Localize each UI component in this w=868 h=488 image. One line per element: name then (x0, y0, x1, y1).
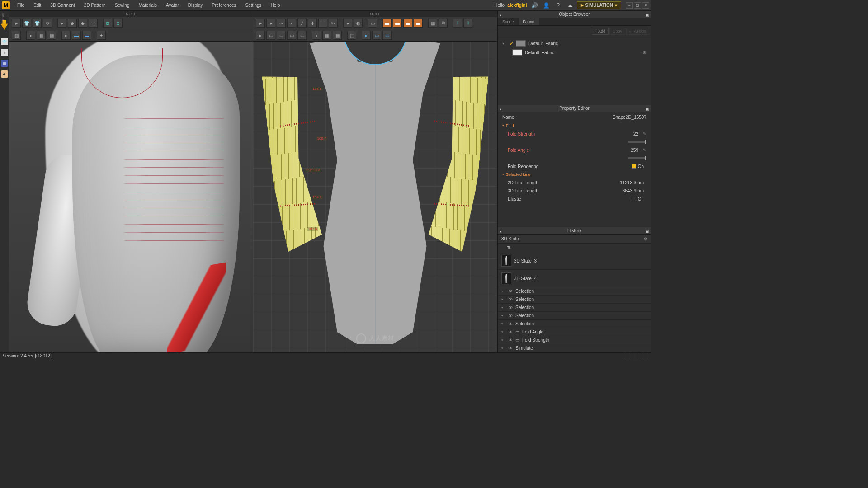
canvas-2d[interactable]: 105.6 109.7 112.13.2 114.6 107.6 人人素材 (253, 42, 497, 352)
status-icon-2[interactable] (633, 354, 639, 358)
history-state-2[interactable]: 3D State_4 (498, 270, 651, 287)
tab-scene[interactable]: Scene (498, 18, 519, 25)
menu-display[interactable]: Display (184, 0, 208, 10)
tool-garment-back[interactable]: 👕 (33, 19, 42, 28)
window-restore[interactable]: ▢ (634, 2, 641, 9)
gear-icon[interactable]: ⚙ (642, 50, 646, 55)
tool2d-edit[interactable]: ▸ (266, 19, 275, 28)
copy-button[interactable]: Copy (609, 28, 625, 35)
tool-garment-front[interactable]: 👕 (22, 19, 31, 28)
user-name[interactable]: alexfigini (507, 3, 527, 8)
tool-display-3[interactable]: ▬ (82, 31, 91, 40)
tool-display-2[interactable]: ▬ (72, 31, 81, 40)
fabric-item-1[interactable]: ▾ ✔ Default_Fabric (501, 39, 647, 48)
tool2d-b4[interactable]: ▭ (287, 31, 296, 40)
tool-arrange-2[interactable]: ◆ (68, 19, 77, 28)
fold-strength-slider[interactable] (628, 141, 646, 143)
tool-mesh[interactable]: ▥ (12, 31, 21, 40)
tool2d-sew-1[interactable]: ▬ (382, 19, 392, 28)
assign-button[interactable]: ⇄ Assign (626, 28, 649, 35)
menu-edit[interactable]: Edit (29, 0, 46, 10)
pin-icon[interactable]: ▣ (646, 228, 649, 235)
window-close[interactable]: ✕ (642, 2, 649, 9)
avatar-measure-icon[interactable]: ▦ (1, 60, 8, 67)
tab-fabric[interactable]: Fabric (519, 18, 539, 25)
tool2d-b11[interactable]: ▭ (372, 31, 381, 40)
history-item[interactable]: ▾👁Selection (498, 304, 651, 312)
expand-icon[interactable]: ▾ (502, 42, 507, 46)
window-minimize[interactable]: – (626, 2, 633, 9)
tool2d-sew-2[interactable]: ▬ (393, 19, 402, 28)
tool-misc[interactable]: ✦ (97, 31, 106, 40)
section-fold[interactable]: Fold (498, 122, 651, 130)
user-icon[interactable]: 👤 (542, 0, 552, 10)
history-state-1[interactable]: 3D State_3 (498, 252, 651, 270)
gear-icon[interactable]: ⚙ (644, 237, 647, 241)
prop-name-value[interactable]: Shape2D_16597 (613, 115, 646, 120)
fold-angle-slider[interactable] (628, 157, 646, 159)
pin-icon[interactable]: ▣ (646, 106, 649, 113)
add-button[interactable]: + Add (592, 28, 609, 35)
tool-gift-2[interactable]: ⯐ (113, 19, 123, 28)
tool2d-cut[interactable]: ✂ (329, 19, 338, 28)
section-selected-line[interactable]: Selected Line (498, 170, 651, 178)
menu-avatar[interactable]: Avatar (161, 0, 184, 10)
avatar-shirt-icon[interactable]: 👕 (1, 38, 8, 45)
status-icon-3[interactable] (642, 354, 648, 358)
tool2d-b9[interactable]: ⬚ (347, 31, 356, 40)
tool2d-select[interactable]: ▸ (256, 19, 265, 28)
tool2d-b5[interactable]: ▭ (297, 31, 307, 40)
history-item[interactable]: ▾👁Selection (498, 312, 651, 320)
history-item[interactable]: ▾👁Selection (498, 287, 651, 296)
tool-arrange-4[interactable]: ⬚ (89, 19, 98, 28)
cloud-icon[interactable]: ☁ (565, 0, 575, 10)
tool2d-addpoint[interactable]: ✚ (308, 19, 317, 28)
edit-icon[interactable]: ✎ (643, 148, 646, 152)
avatar-body-icon[interactable]: ♀ (1, 49, 8, 56)
fabric-item-2[interactable]: Default_Fabric ⚙ (501, 48, 647, 57)
menu-settings[interactable]: Settings (241, 0, 266, 10)
tool2d-trace[interactable]: ▦ (428, 19, 437, 28)
fold-rendering-checkbox[interactable] (632, 164, 636, 169)
status-icon-1[interactable] (624, 354, 630, 358)
tool2d-fold-1[interactable]: ⫴ (453, 19, 462, 28)
menu-preferences[interactable]: Preferences (208, 0, 241, 10)
tool2d-line[interactable]: ╱ (297, 19, 307, 28)
sound-icon[interactable]: 🔊 (530, 0, 540, 10)
menu-materials[interactable]: Materials (134, 0, 161, 10)
tool2d-shape-1[interactable]: ● (343, 19, 352, 28)
fold-angle-value[interactable]: 259 (631, 148, 638, 153)
history-item[interactable]: ▾👁▭ Fold Strength (498, 336, 651, 344)
history-item[interactable]: ▾👁Selection (498, 320, 651, 328)
tool-view-1[interactable]: ▸ (26, 31, 35, 40)
tool-gift-1[interactable]: ⯐ (103, 19, 112, 28)
tool-arrange-3[interactable]: ◆ (78, 19, 87, 28)
menu-help[interactable]: Help (266, 0, 285, 10)
tool-view-2[interactable]: ▦ (37, 31, 46, 40)
tool2d-sew-4[interactable]: ▬ (414, 19, 423, 28)
tool2d-fold-2[interactable]: ⫴ (463, 19, 472, 28)
pin-icon[interactable]: ▣ (646, 12, 649, 19)
simulation-button[interactable]: SIMULATION ▾ (577, 1, 621, 9)
history-item[interactable]: ▾👁Simulate (498, 344, 651, 352)
menu-file[interactable]: File (13, 0, 29, 10)
tool-garment-reset[interactable]: ↺ (43, 19, 52, 28)
history-3dstate-header[interactable]: 3D State⚙ (498, 235, 651, 244)
edit-icon[interactable]: ✎ (643, 131, 646, 136)
state-toggle-icon[interactable]: ⇅ (507, 245, 511, 250)
history-item[interactable]: ▾👁▭ Fold Angle (498, 328, 651, 336)
tool-arrange-1[interactable]: ▸ (57, 19, 66, 28)
history-item[interactable]: ▾👁Selection (498, 296, 651, 304)
elastic-checkbox[interactable] (632, 197, 636, 201)
tool-display-1[interactable]: ▸ (61, 31, 71, 40)
menu-2d-pattern[interactable]: 2D Pattern (80, 0, 110, 10)
tool2d-b2[interactable]: ▭ (266, 31, 275, 40)
tool2d-b7[interactable]: ▦ (322, 31, 331, 40)
tool2d-point[interactable]: • (287, 19, 296, 28)
menu-3d-garment[interactable]: 3D Garment (46, 0, 79, 10)
tool-select[interactable]: ▸ (12, 19, 21, 28)
canvas-3d[interactable] (9, 42, 253, 352)
tool2d-arc[interactable]: ⌒ (318, 19, 327, 28)
tool2d-sym[interactable]: ⧉ (439, 19, 448, 28)
tool2d-b6[interactable]: ▸ (312, 31, 321, 40)
